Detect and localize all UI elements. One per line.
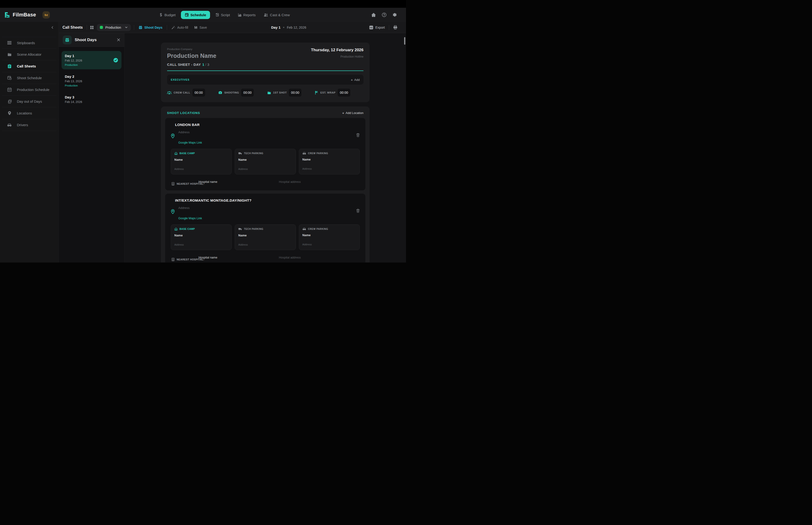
base-camp-card: BASE CAMP Name Address [171,149,232,174]
pdf-file-icon: PDF [369,25,373,30]
crew-parking-name-field[interactable]: Name [302,158,356,161]
calendar-icon [185,13,189,17]
calendar-icon [139,26,142,29]
tech-parking-address-field[interactable]: Address [238,168,292,170]
hospital-name-field[interactable]: Hospital name [199,180,217,183]
app-logo[interactable]: FilmBase [4,12,36,18]
plus-icon: + [342,111,344,115]
est-wrap-time-input[interactable] [338,89,350,96]
clapperboard-icon [267,91,271,94]
shoot-day-item-1[interactable]: Day 1 Feb 12, 2026 Production [62,51,121,69]
divider [87,25,87,30]
stripboard-lines-icon [7,41,12,45]
shooting-time-input[interactable] [241,89,254,96]
sidebar-collapse-icon[interactable] [51,26,54,29]
crew-parking-address-field[interactable]: Address [302,167,356,170]
tech-parking-address-field[interactable]: Address [238,243,292,246]
calendar-icon [63,35,72,44]
help-icon[interactable] [382,13,386,17]
base-camp-address-field[interactable]: Address [174,243,228,246]
hospital-address-field[interactable]: Hospital address [279,180,301,183]
trash-icon[interactable] [356,133,360,137]
callsheet-header-left: Production Company Production Name CALL … [167,48,216,66]
day-number: 1 [202,62,204,66]
tech-parking-name-field[interactable]: Name [238,234,292,237]
map-pin-icon [7,111,12,115]
nav-cast-crew[interactable]: Cast & Crew [261,11,292,19]
base-camp-card: BASE CAMP Name Address [171,224,232,250]
nearest-hospital-row: NEAREST HOSPITAL: Hospital name Hospital… [171,254,360,261]
add-location-button[interactable]: + Add Location [342,111,364,115]
nav-reports[interactable]: Reports [235,11,259,19]
save-button[interactable]: Save [193,26,209,29]
shoot-day-item-2[interactable]: Day 2 Feb 13, 2026 Production [62,72,121,90]
sidebar-item-day-out-of-days[interactable]: Day out of Days [2,96,56,107]
location-name[interactable]: INT/EXT.ROMANTIC MONTAGE.DAY/NIGHT? [175,198,360,202]
tech-parking-name-field[interactable]: Name [238,158,292,162]
google-maps-link[interactable]: Google Maps Link [178,217,202,220]
sidebar-item-production-schedule[interactable]: Production Schedule [2,84,56,96]
accent-divider [167,71,364,71]
current-day-indicator: Day 1 Feb 12, 2026 [212,25,366,29]
google-maps-link[interactable]: Google Maps Link [178,141,202,144]
car-icon [302,152,306,155]
day-total: 3 [207,62,209,66]
auto-fill-button[interactable]: Auto-fill [170,26,189,29]
crew-parking-name-field[interactable]: Name [302,234,356,237]
hospital-name-field[interactable]: Hospital name [199,256,217,259]
base-camp-house-icon [174,227,178,230]
sidebar-nav: Stripboards Scene Allocator Call Sheets … [0,33,59,131]
location-address-field[interactable]: Address [178,131,356,134]
floppy-save-icon [194,26,198,29]
location-card-romantic-montage: INT/EXT.ROMANTIC MONTAGE.DAY/NIGHT? Addr… [165,194,365,262]
calendar-page-icon [7,100,12,104]
nav-budget[interactable]: Budget [156,11,179,19]
bar-chart-icon [238,13,242,17]
first-shot-time-input[interactable] [289,89,302,96]
page-scrollbar-thumb[interactable] [404,37,405,45]
add-executive-button[interactable]: + Add [351,78,360,81]
base-camp-name-field[interactable]: Name [174,158,228,162]
location-address-field[interactable]: Address [178,206,356,210]
hospital-address-field[interactable]: Hospital address [279,256,301,259]
grid-view-icon[interactable] [90,26,94,29]
settings-gear-icon[interactable] [393,13,397,17]
sidebar-item-shoot-schedule[interactable]: Shoot Schedule [2,72,56,84]
shoot-day-item-3[interactable]: Day 3 Feb 14, 2026 [62,92,121,107]
nav-schedule[interactable]: Schedule [181,11,210,19]
shoot-locations-card: SHOOT LOCATIONS + Add Location LONDON BA… [161,106,370,262]
base-camp-address-field[interactable]: Address [174,168,228,170]
truck-icon [238,152,242,155]
sidebar-item-drivers[interactable]: Drivers [2,119,56,131]
base-camp-name-field[interactable]: Name [174,234,228,237]
sidebar-item-call-sheets[interactable]: Call Sheets [2,60,56,72]
sidebar-item-stripboards[interactable]: Stripboards [2,37,56,49]
location-name[interactable]: LONDON BAR [175,123,360,127]
production-hotline-field[interactable]: Production Hotline [311,55,364,58]
production-dropdown[interactable]: Production [97,24,131,31]
trash-icon[interactable] [356,209,360,213]
production-company-field[interactable]: Production Company [167,48,216,50]
user-avatar-badge[interactable]: bz [43,11,50,18]
print-icon[interactable] [393,25,398,30]
shooting-time: SHOOTING [218,89,254,96]
tech-parking-card: TECH PARKING Name Address [235,149,295,174]
close-icon[interactable] [117,38,120,42]
nearest-hospital-row: NEAREST HOSPITAL: Hospital name Hospital… [171,179,360,186]
production-name-field[interactable]: Production Name [167,52,216,59]
production-color-swatch [100,26,103,29]
home-icon[interactable] [371,13,376,17]
crew-parking-address-field[interactable]: Address [302,243,356,246]
script-scroll-icon [215,13,219,17]
crew-call-time-input[interactable] [193,89,205,96]
export-button[interactable]: PDF Export [369,25,385,30]
chevron-down-icon [125,26,128,29]
crew-people-icon [167,91,171,94]
sidebar-item-scene-allocator[interactable]: Scene Allocator [2,49,56,60]
callsheet-header-card: Production Company Production Name CALL … [161,43,370,102]
tab-shoot-days[interactable]: Shoot Days [137,26,164,29]
magic-wand-icon [171,26,175,29]
nav-script[interactable]: Script [212,11,233,19]
topbar: FilmBase bz Budget Schedule Script Repor [0,8,406,22]
sidebar-item-locations[interactable]: Locations [2,107,56,119]
